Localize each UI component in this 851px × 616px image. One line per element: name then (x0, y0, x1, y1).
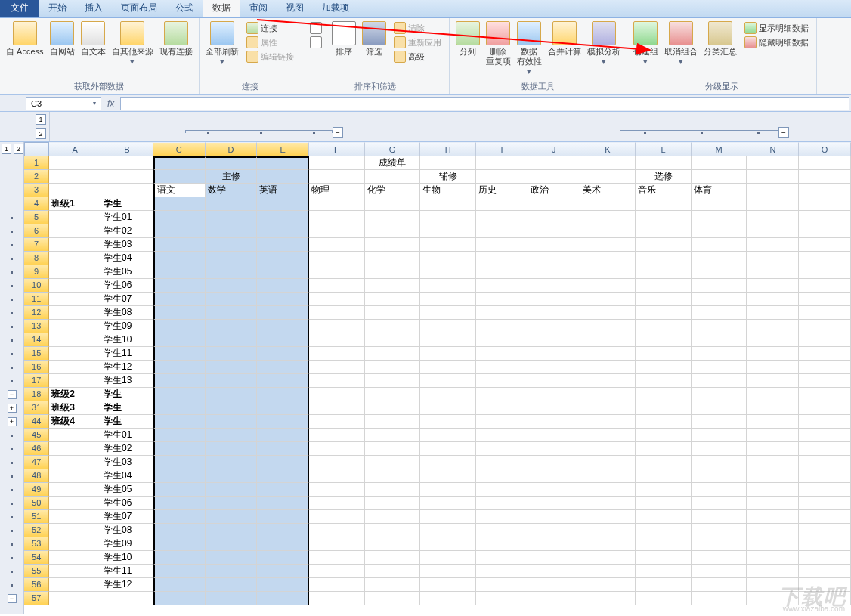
cell-K8[interactable] (580, 252, 636, 265)
cell-N54[interactable] (747, 551, 799, 565)
cell-A56[interactable] (49, 578, 101, 592)
cell-O15[interactable] (799, 347, 851, 361)
cell-H4[interactable] (420, 197, 476, 211)
cell-E49[interactable] (257, 483, 309, 497)
cell-C5[interactable] (153, 211, 206, 224)
cell-B14[interactable]: 学生10 (101, 333, 153, 347)
cell-C13[interactable] (153, 320, 206, 333)
whatif-button[interactable]: 模拟分析▾ (584, 20, 624, 68)
cell-D47[interactable] (206, 456, 258, 469)
cell-I9[interactable] (476, 265, 528, 279)
cell-K46[interactable] (580, 442, 636, 456)
cell-E44[interactable] (257, 415, 309, 429)
col-header-C[interactable]: C (153, 142, 206, 156)
cell-F44[interactable] (309, 415, 365, 429)
cell-J31[interactable] (528, 401, 580, 415)
row-header-3[interactable]: 3 (24, 184, 49, 197)
cell-H16[interactable] (420, 361, 476, 374)
cell-E18[interactable] (257, 388, 309, 401)
cell-I2[interactable] (476, 170, 528, 184)
cell-G48[interactable] (365, 469, 421, 483)
cell-L2[interactable]: 选修 (636, 170, 692, 184)
cell-C10[interactable] (153, 279, 206, 293)
cell-B1[interactable] (101, 156, 153, 170)
cell-L47[interactable] (636, 456, 692, 469)
cell-I11[interactable] (476, 293, 528, 306)
cell-O12[interactable] (799, 306, 851, 320)
cell-L44[interactable] (636, 415, 692, 429)
cell-I47[interactable] (476, 456, 528, 469)
cell-C14[interactable] (153, 333, 206, 347)
cell-M53[interactable] (692, 537, 747, 551)
tab-view[interactable]: 视图 (277, 0, 313, 17)
cell-A11[interactable] (49, 293, 101, 306)
cell-G45[interactable] (365, 429, 421, 442)
cell-G8[interactable] (365, 252, 421, 265)
cell-L45[interactable] (636, 429, 692, 442)
cell-I50[interactable] (476, 497, 528, 510)
cell-G10[interactable] (365, 279, 421, 293)
cell-F55[interactable] (309, 565, 365, 578)
cell-B17[interactable]: 学生13 (101, 374, 153, 388)
cell-D45[interactable] (206, 429, 258, 442)
cell-G12[interactable] (365, 306, 421, 320)
cell-J18[interactable] (528, 388, 580, 401)
cell-M3[interactable]: 体育 (692, 184, 747, 197)
cell-F7[interactable] (309, 238, 365, 252)
cell-O31[interactable] (799, 401, 851, 415)
row-header-44[interactable]: 44 (24, 415, 49, 429)
cell-D31[interactable] (206, 401, 258, 415)
cell-E51[interactable] (257, 510, 309, 524)
cell-M50[interactable] (692, 497, 747, 510)
cell-F4[interactable] (309, 197, 365, 211)
group-button[interactable]: 创建组▾ (630, 20, 661, 68)
cell-A31[interactable]: 班级3 (49, 401, 101, 415)
cell-M15[interactable] (692, 347, 747, 361)
cell-G18[interactable] (365, 388, 421, 401)
cell-L18[interactable] (636, 388, 692, 401)
cell-I12[interactable] (476, 306, 528, 320)
cell-A13[interactable] (49, 320, 101, 333)
cell-G16[interactable] (365, 361, 421, 374)
row-header-8[interactable]: 8 (24, 252, 49, 265)
cell-M2[interactable] (692, 170, 747, 184)
col-level-1[interactable]: 1 (36, 114, 46, 125)
cell-I31[interactable] (476, 401, 528, 415)
cell-G9[interactable] (365, 265, 421, 279)
cell-K3[interactable]: 美术 (580, 184, 636, 197)
cell-N2[interactable] (747, 170, 799, 184)
cell-D49[interactable] (206, 483, 258, 497)
cell-A15[interactable] (49, 347, 101, 361)
cell-O48[interactable] (799, 469, 851, 483)
cell-B5[interactable]: 学生01 (101, 211, 153, 224)
cell-L51[interactable] (636, 510, 692, 524)
cell-F53[interactable] (309, 537, 365, 551)
cell-J15[interactable] (528, 347, 580, 361)
cell-N14[interactable] (747, 333, 799, 347)
cell-C8[interactable] (153, 252, 206, 265)
cell-J16[interactable] (528, 361, 580, 374)
cell-A4[interactable]: 班级1 (49, 197, 101, 211)
row-header-10[interactable]: 10 (24, 279, 49, 293)
cell-I3[interactable]: 历史 (476, 184, 528, 197)
cell-J54[interactable] (528, 551, 580, 565)
cell-K10[interactable] (580, 279, 636, 293)
cell-F8[interactable] (309, 252, 365, 265)
hide-detail-button[interactable]: 隐藏明细数据 (741, 36, 812, 49)
cell-J5[interactable] (528, 211, 580, 224)
cell-H8[interactable] (420, 252, 476, 265)
cell-N50[interactable] (747, 497, 799, 510)
col-collapse-cde[interactable]: − (333, 127, 343, 138)
cell-K11[interactable] (580, 293, 636, 306)
cell-E8[interactable] (257, 252, 309, 265)
cell-M16[interactable] (692, 361, 747, 374)
cell-K54[interactable] (580, 551, 636, 565)
cell-H49[interactable] (420, 483, 476, 497)
cell-A44[interactable]: 班级4 (49, 415, 101, 429)
cell-H50[interactable] (420, 497, 476, 510)
cell-K12[interactable] (580, 306, 636, 320)
cell-E17[interactable] (257, 374, 309, 388)
cell-I10[interactable] (476, 279, 528, 293)
cell-A14[interactable] (49, 333, 101, 347)
cell-H18[interactable] (420, 388, 476, 401)
